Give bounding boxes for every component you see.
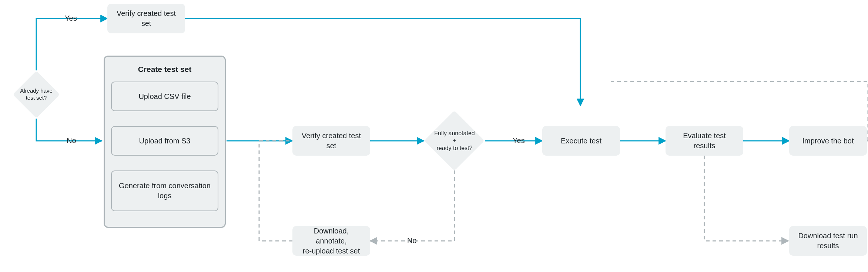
option-upload-csv: Upload CSV file [111,82,218,111]
edge-label-no-2: No [407,236,417,245]
option-upload-s3: Upload from S3 [111,126,218,156]
node-download-annotate-reupload: Download, annotate, re-upload test set [292,226,370,256]
edge-label-yes-2: Yes [513,136,525,145]
option-generate-from-logs: Generate from conversation logs [111,170,218,211]
node-download-test-run-results: Download test run results [789,226,867,256]
decision-already-have-test-set [13,71,60,118]
node-verify-created-test-set-mid: Verify created test set [292,126,370,156]
node-verify-created-test-set-top: Verify created test set [107,4,185,33]
node-evaluate-test-results: Evaluate test results [666,126,743,156]
edge-label-no-1: No [67,136,76,145]
edge-label-yes-1: Yes [65,14,77,23]
group-create-test-set-title: Create test set [104,65,226,74]
node-execute-test: Execute test [542,126,620,156]
decision-fully-annotated [424,110,485,171]
node-improve-the-bot: Improve the bot [789,126,867,156]
